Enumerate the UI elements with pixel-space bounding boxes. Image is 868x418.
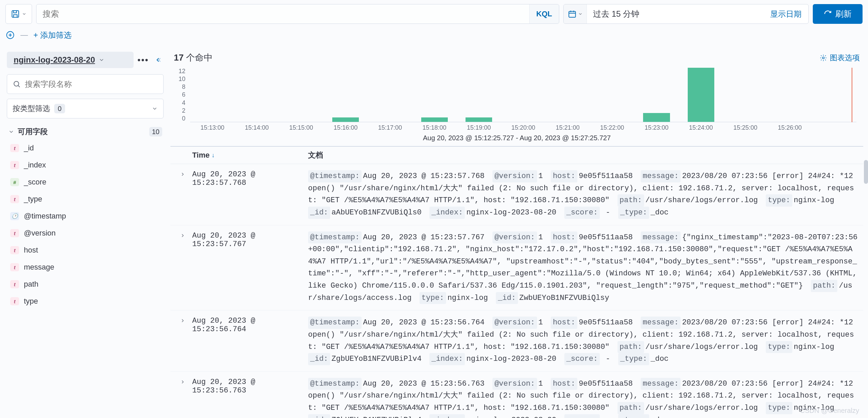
svg-point-3 [14,81,19,86]
collapse-icon [155,57,162,63]
chart-bar[interactable] [643,113,670,122]
chevron-down-icon [578,12,583,16]
chart-range-label: Aug 20, 2023 @ 15:12:25.727 - Aug 20, 20… [174,134,860,142]
watermark: CSDN @Generalzy [800,407,859,415]
field-item[interactable]: tmessage [10,261,164,274]
show-dates-button[interactable]: 显示日期 [763,9,808,19]
field-item[interactable]: ttype [10,295,164,308]
expand-row-button[interactable] [173,231,192,238]
disk-icon [11,10,20,18]
dots-icon: ••• [137,55,149,65]
chevron-right-icon [180,379,185,385]
search-icon [13,80,21,88]
field-list: t_idt_index#_scoret_type🕑@timestampt@ver… [7,142,164,308]
refresh-label: 刷新 [835,9,852,19]
sort-desc-icon: ↓ [212,152,215,159]
date-range-text[interactable]: 过去 15 分钟 [587,9,763,19]
chart-options-button[interactable]: 图表选项 [820,53,860,63]
gear-icon [820,54,827,62]
field-search-input[interactable] [25,80,158,89]
chevron-down-icon [8,129,14,135]
filter-by-type-count: 0 [54,104,65,113]
index-pattern-select[interactable]: nginx-log-2023-08-20 [7,52,134,68]
hits-row: 17 个命中 图表选项 [170,46,863,68]
field-type-icon: t [10,297,19,305]
svg-rect-0 [12,11,19,17]
index-pattern-label: nginx-log-2023-08-20 [14,55,95,65]
chart-plot [190,68,856,122]
field-name: _index [24,161,46,170]
field-name: _id [24,144,34,152]
field-item[interactable]: tpath [10,278,164,291]
sidebar-menu-button[interactable]: ••• [138,54,149,65]
table-row: Aug 20, 2023 @ 15:23:56.763@timestamp:Au… [170,372,863,418]
field-name: host [24,246,38,255]
histogram-chart[interactable]: 121086420 15:13:0015:14:0015:15:0015:16:… [170,68,863,143]
chevron-right-icon [180,233,185,238]
query-bar: KQL [36,4,559,24]
filter-bar: — + 添加筛选 [0,24,868,46]
field-item[interactable]: thost [10,244,164,257]
add-filter-button[interactable]: + 添加筛选 [33,30,72,41]
filter-settings-icon[interactable] [5,30,15,40]
field-type-icon: t [10,161,19,169]
field-type-icon: t [10,144,19,152]
now-line [852,68,852,122]
field-name: message [24,263,54,272]
date-picker: 过去 15 分钟 显示日期 [563,4,809,24]
search-input[interactable] [36,9,529,19]
calendar-icon [568,10,577,18]
table-header: Time↓ 文档 [170,147,863,164]
svg-rect-1 [569,11,576,17]
cell-time: Aug 20, 2023 @ 15:23:56.764 [192,317,308,334]
table-row: Aug 20, 2023 @ 15:23:57.767@timestamp:Au… [170,225,863,311]
col-time[interactable]: Time↓ [192,150,308,160]
sidebar: nginx-log-2023-08-20 ••• 按类型筛选 0 可用字段 [0,46,170,418]
field-item[interactable]: t_index [10,159,164,172]
cell-time: Aug 20, 2023 @ 15:23:57.768 [192,170,308,187]
field-name: _type [24,195,42,204]
col-doc[interactable]: 文档 [308,150,861,160]
refresh-button[interactable]: 刷新 [813,4,863,24]
collapse-sidebar-button[interactable] [153,54,164,65]
expand-row-button[interactable] [173,317,192,323]
chevron-right-icon [180,318,185,323]
available-fields-header[interactable]: 可用字段 10 [7,125,164,139]
chart-bar[interactable] [332,117,359,122]
table-row: Aug 20, 2023 @ 15:23:57.768@timestamp:Au… [170,164,863,225]
chart-bar[interactable] [466,117,492,122]
field-type-icon: t [10,195,19,203]
main: nginx-log-2023-08-20 ••• 按类型筛选 0 可用字段 [0,46,868,418]
field-item[interactable]: t_id [10,142,164,155]
expand-row-button[interactable] [173,170,192,177]
y-axis: 121086420 [173,68,185,122]
field-type-icon: t [10,263,19,271]
filter-by-type-label: 按类型筛选 [13,103,50,114]
cell-doc: @timestamp:Aug 20, 2023 @ 15:23:57.767 @… [308,231,861,304]
chart-bar[interactable] [421,117,448,122]
field-item[interactable]: #_score [10,176,164,189]
filter-by-type[interactable]: 按类型筛选 0 [7,99,164,118]
field-name: @timestamp [24,212,66,221]
scrollbar[interactable] [864,160,868,184]
svg-point-4 [822,57,824,59]
hits-count: 17 个命中 [174,52,213,64]
available-fields-label: 可用字段 [18,127,48,137]
table-row: Aug 20, 2023 @ 15:23:56.764@timestamp:Au… [170,310,863,372]
field-item[interactable]: 🕑@timestamp [10,210,164,223]
available-fields-count: 10 [149,127,162,136]
cell-doc: @timestamp:Aug 20, 2023 @ 15:23:57.768 @… [308,170,861,219]
kql-button[interactable]: KQL [529,4,559,23]
cell-doc: @timestamp:Aug 20, 2023 @ 15:23:56.764 @… [308,317,861,365]
chevron-down-icon [22,12,27,16]
field-item[interactable]: t_type [10,193,164,206]
saved-queries-button[interactable] [5,4,32,24]
field-type-icon: t [10,280,19,288]
chevron-down-icon [98,57,105,63]
field-item[interactable]: t@version [10,227,164,240]
chart-bar[interactable] [688,68,714,122]
content: 17 个命中 图表选项 121086420 15:13:0015:14:0015… [170,46,868,418]
expand-row-button[interactable] [173,378,192,385]
calendar-button[interactable] [564,4,587,23]
field-name: @version [24,229,56,238]
